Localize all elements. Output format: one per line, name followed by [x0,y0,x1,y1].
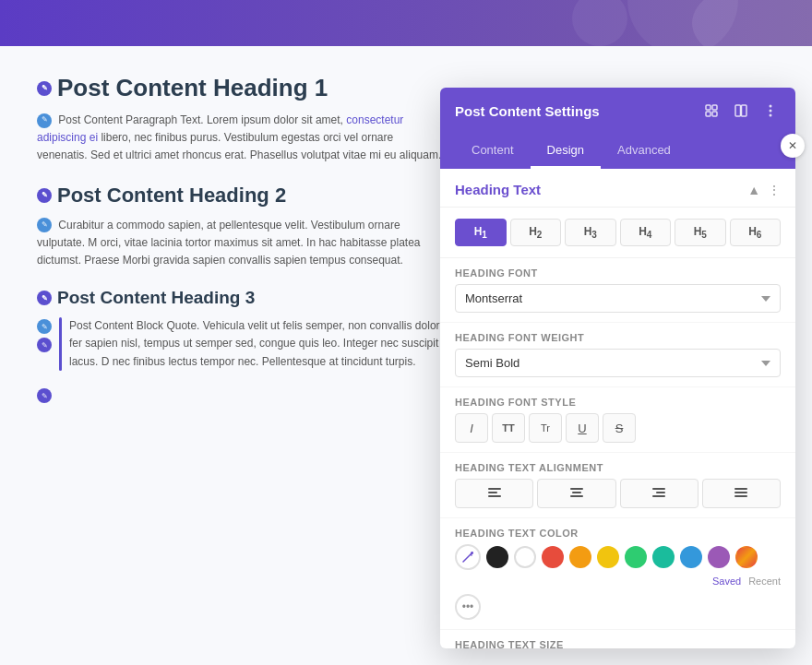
svg-rect-13 [572,492,581,493]
para-link[interactable]: consectetur adipiscing ei [37,113,403,144]
svg-rect-0 [706,105,710,110]
panel-title: Post Content Settings [455,103,600,119]
svg-rect-20 [734,495,747,497]
h-tab-4[interactable]: H4 [620,219,672,246]
section-title: Heading Text [455,182,541,197]
edit-dot-para2[interactable] [37,218,52,232]
top-bar [0,0,812,46]
panel-body: Heading Text ▲ ⋮ H1 H2 H3 H4 H5 H6 Headi… [440,169,795,648]
svg-rect-14 [570,495,583,497]
color-white[interactable] [514,546,536,568]
heading-font-group: Heading Font Montserrat Open Sans Roboto… [440,258,795,323]
heading-font-weight-select[interactable]: Semi Bold Regular Bold Light [455,349,781,377]
heading-1-wrapper: Post Content Heading 1 [37,74,443,102]
heading-text-alignment-label: Heading Text Alignment [455,462,781,473]
svg-point-7 [770,110,772,113]
settings-panel: Post Content Settings [440,88,795,648]
svg-rect-16 [656,492,665,493]
align-center[interactable] [537,479,615,508]
style-buttons: I TT Tr U S [455,413,781,443]
svg-rect-15 [652,488,665,490]
color-orange[interactable] [569,546,591,568]
heading-2-text: Post Content Heading 2 [57,184,286,208]
blockquote-section: Post Content Block Quote. Vehicula velit… [37,317,443,371]
color-purple[interactable] [708,546,730,568]
align-justify[interactable] [702,479,781,508]
h-tab-1[interactable]: H1 [455,219,507,246]
svg-point-6 [770,105,772,108]
color-row: Saved Recent [455,544,781,587]
align-left[interactable] [455,479,533,508]
heading-2-wrapper: Post Content Heading 2 [37,184,443,208]
style-underline[interactable]: U [566,413,599,443]
heading-tabs: H1 H2 H3 H4 H5 H6 [440,208,795,258]
svg-rect-17 [652,495,665,497]
section-options-icon[interactable]: ⋮ [768,183,781,197]
panel-columns-icon[interactable] [731,101,751,121]
heading-3-wrapper: Post Content Heading 3 [37,288,443,308]
svg-point-8 [770,114,772,117]
heading-font-select[interactable]: Montserrat Open Sans Roboto Lato [455,284,781,313]
heading-text-size-label: Heading Text Size [455,639,781,648]
svg-rect-18 [734,488,747,490]
color-blue[interactable] [680,546,702,568]
svg-rect-10 [488,492,497,493]
section-header-icons: ▲ ⋮ [747,183,781,197]
blockquote-text: Post Content Block Quote. Vehicula velit… [69,317,443,371]
close-panel-button[interactable]: ✕ [781,134,805,158]
heading-text-alignment-group: Heading Text Alignment [440,453,795,518]
edit-dot-bottom[interactable] [37,388,52,403]
post-content: Post Content Heading 1 Post Content Para… [37,74,443,403]
edit-dot-para1[interactable] [37,113,52,128]
svg-rect-1 [712,105,717,110]
heading-text-color-label: Heading Text Color [455,528,781,539]
color-yellow[interactable] [597,546,619,568]
heading-font-style-label: Heading Font Style [455,397,781,408]
edit-dot-h3[interactable] [37,291,52,305]
tab-advanced[interactable]: Advanced [601,134,687,169]
style-strikethrough[interactable]: S [603,413,636,443]
edit-dot-h1[interactable] [37,81,52,96]
svg-rect-4 [735,105,741,116]
color-picker-btn[interactable] [455,544,481,570]
color-green[interactable] [625,546,647,568]
edit-dot-bq2[interactable] [37,338,52,352]
heading-1-text: Post Content Heading 1 [57,74,328,102]
heading-text-size-group: Heading Text Size 30px [440,630,795,648]
heading-3-text: Post Content Heading 3 [57,288,255,308]
color-red[interactable] [542,546,564,568]
heading-font-style-group: Heading Font Style I TT Tr U S [440,387,795,453]
color-teal[interactable] [652,546,675,568]
recent-label[interactable]: Recent [748,576,781,587]
h-tab-2[interactable]: H2 [510,219,562,246]
align-right[interactable] [620,479,699,508]
panel-header-icons [701,101,781,121]
h-tab-3[interactable]: H3 [565,219,616,246]
svg-rect-19 [734,492,747,493]
h-tab-6[interactable]: H6 [730,219,782,246]
para-1-text: Post Content Paragraph Text. Lorem ipsum… [37,113,441,161]
align-buttons [455,479,781,508]
svg-rect-11 [488,495,501,497]
style-capitalize[interactable]: Tr [529,413,562,443]
panel-settings-icon[interactable] [701,101,722,121]
saved-label[interactable]: Saved [712,576,741,587]
color-black[interactable] [486,546,508,568]
edit-dot-bq1[interactable] [37,319,52,334]
section-collapse-icon[interactable]: ▲ [747,183,760,197]
tab-content[interactable]: Content [455,134,531,169]
panel-more-icon[interactable] [760,101,781,121]
tab-design[interactable]: Design [531,134,601,169]
svg-point-21 [471,552,473,554]
svg-rect-9 [488,488,501,490]
style-italic[interactable]: I [455,413,488,443]
color-gradient[interactable] [735,546,758,568]
style-uppercase[interactable]: TT [492,413,525,443]
svg-rect-5 [742,105,747,116]
h-tab-5[interactable]: H5 [675,219,726,246]
color-more-btn[interactable]: ••• [455,594,481,620]
blockquote-bar [59,317,62,371]
edit-dot-h2[interactable] [37,188,52,203]
heading-font-weight-label: Heading Font Weight [455,332,781,343]
panel-tabs: Content Design Advanced [440,134,795,169]
